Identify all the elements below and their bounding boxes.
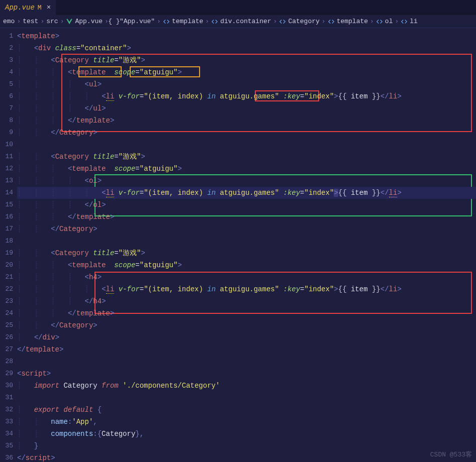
line-number: 4: [0, 66, 13, 78]
code-line[interactable]: ┊ ┊ ┊ <template scope="atguigu">: [17, 259, 476, 271]
watermark: CSDN @533客: [430, 450, 472, 459]
code-line[interactable]: ┊ ┊ ┊ ┊ ┊ <li v-for="(item, index) in at…: [17, 90, 476, 102]
line-number: 20: [0, 259, 13, 271]
code-line[interactable]: [17, 139, 476, 151]
code-line[interactable]: ┊ export default {: [17, 404, 476, 416]
code-line[interactable]: ┊ ┊ </Category>: [17, 223, 476, 235]
code-line[interactable]: [17, 392, 476, 404]
code-line[interactable]: ┊ ┊ ┊ </template>: [17, 211, 476, 223]
line-number: 24: [0, 307, 13, 319]
line-number: 33: [0, 416, 13, 428]
code-icon: [279, 18, 286, 25]
breadcrumb-item[interactable]: template: [328, 18, 368, 25]
code-line[interactable]: ┊ ┊ ┊ ┊ ┊ <li v-for="(item, index) in at…: [17, 187, 476, 199]
line-number-gutter: 1 2 3 4 5 6 7 8 9 10 11 12 13 14 15 16 1…: [0, 28, 17, 462]
breadcrumb-item[interactable]: template: [163, 18, 203, 25]
chevron-right-icon: ›: [157, 18, 161, 25]
breadcrumb-item[interactable]: ol: [376, 18, 393, 25]
line-number: 31: [0, 392, 13, 404]
line-number: 6: [0, 90, 13, 102]
chevron-right-icon: ›: [370, 18, 374, 25]
code-icon: [163, 18, 170, 25]
breadcrumb-item[interactable]: div.container: [211, 18, 271, 25]
chevron-right-icon: ›: [60, 18, 64, 25]
code-icon: [211, 18, 218, 25]
line-number: 1: [0, 30, 13, 42]
code-icon: [376, 18, 383, 25]
line-number: 3: [0, 54, 13, 66]
tab-file-name: App.vue: [5, 4, 35, 12]
code-icon: [328, 18, 335, 25]
code-line[interactable]: ┊ ┊ <Category title="游戏">: [17, 247, 476, 259]
code-line[interactable]: [17, 235, 476, 247]
tab-app-vue[interactable]: App.vue M ×: [0, 0, 56, 15]
line-number: 19: [0, 247, 13, 259]
line-number: 17: [0, 223, 13, 235]
line-number: 28: [0, 356, 13, 368]
line-number: 27: [0, 343, 13, 356]
breadcrumb-item[interactable]: { }"App.vue": [111, 18, 155, 25]
code-line[interactable]: ┊ ┊ ┊ </template>: [17, 114, 476, 127]
code-area[interactable]: <template> ┊ <div class="container"> ┊ ┊…: [17, 28, 476, 462]
line-number: 9: [0, 127, 13, 139]
code-line[interactable]: ┊ </div>: [17, 331, 476, 343]
line-number: 11: [0, 151, 13, 163]
breadcrumb: emo › test › src › App.vue › { }"App.vue…: [0, 15, 476, 28]
line-number: 36: [0, 452, 13, 462]
line-number: 25: [0, 319, 13, 331]
code-line[interactable]: ┊ ┊ ┊ ┊ </ul>: [17, 102, 476, 114]
breadcrumb-item[interactable]: li: [401, 18, 418, 25]
code-line[interactable]: ┊ ┊ <Category title="游戏">: [17, 54, 476, 66]
code-line[interactable]: ┊ ┊ <Category title="游戏">: [17, 151, 476, 163]
chevron-right-icon: ›: [322, 18, 326, 25]
code-line[interactable]: ┊ ┊ ┊ ┊ <h4>: [17, 271, 476, 283]
code-line[interactable]: ┊ ┊ </Category>: [17, 319, 476, 331]
line-number: 15: [0, 199, 13, 211]
code-line[interactable]: ┊ ┊ ┊ ┊ <ol>: [17, 175, 476, 187]
tab-modified-badge: M: [38, 4, 42, 12]
code-line[interactable]: ┊ }: [17, 440, 476, 452]
line-number: 12: [0, 163, 13, 175]
code-line[interactable]: ┊ ┊ </Category>: [17, 127, 476, 139]
line-number: 23: [0, 295, 13, 307]
code-line[interactable]: </script>: [17, 452, 476, 462]
code-line[interactable]: ┊ ┊ ┊ ┊ </ol>: [17, 199, 476, 211]
breadcrumb-item[interactable]: src: [46, 18, 58, 25]
chevron-right-icon: ›: [395, 18, 399, 25]
line-number: 32: [0, 404, 13, 416]
code-line[interactable]: ┊ ┊ name:'App',: [17, 416, 476, 428]
breadcrumb-item[interactable]: emo: [3, 18, 15, 25]
breadcrumb-item[interactable]: App.vue: [66, 18, 103, 25]
line-number: 29: [0, 368, 13, 380]
code-line[interactable]: ┊ ┊ components:{Category},: [17, 428, 476, 440]
chevron-right-icon: ›: [40, 18, 44, 25]
line-number: 2: [0, 42, 13, 54]
breadcrumb-item[interactable]: test: [23, 18, 38, 25]
close-icon[interactable]: ×: [47, 4, 51, 12]
breadcrumb-item[interactable]: Category: [279, 18, 319, 25]
chevron-right-icon: ›: [205, 18, 209, 25]
code-line[interactable]: ┊ import Category from './components/Cat…: [17, 380, 476, 392]
line-number: 34: [0, 428, 13, 440]
code-line[interactable]: ┊ ┊ ┊ <template scope="atguigu">: [17, 66, 476, 78]
line-number: 16: [0, 211, 13, 223]
editor: 1 2 3 4 5 6 7 8 9 10 11 12 13 14 15 16 1…: [0, 28, 476, 462]
line-number: 22: [0, 283, 13, 295]
code-line[interactable]: [17, 356, 476, 368]
code-line[interactable]: <template>: [17, 30, 476, 42]
line-number: 21: [0, 271, 13, 283]
line-number: 10: [0, 139, 13, 151]
code-line[interactable]: ┊ <div class="container">: [17, 42, 476, 54]
code-line[interactable]: ┊ ┊ ┊ ┊ </h4>: [17, 295, 476, 307]
line-number: 7: [0, 102, 13, 114]
code-line[interactable]: <script>: [17, 368, 476, 380]
code-line[interactable]: ┊ ┊ ┊ </template>: [17, 307, 476, 319]
code-line[interactable]: ┊ ┊ ┊ <template scope="atguigu">: [17, 163, 476, 175]
code-line[interactable]: </template>: [17, 343, 476, 356]
code-line[interactable]: ┊ ┊ ┊ ┊ ┊ <li v-for="(item, index) in at…: [17, 283, 476, 295]
code-line[interactable]: ┊ ┊ ┊ ┊ <ul>: [17, 78, 476, 90]
braces-icon: { }: [111, 18, 118, 25]
chevron-right-icon: ›: [17, 18, 21, 25]
line-number: 30: [0, 380, 13, 392]
code-icon: [401, 18, 408, 25]
